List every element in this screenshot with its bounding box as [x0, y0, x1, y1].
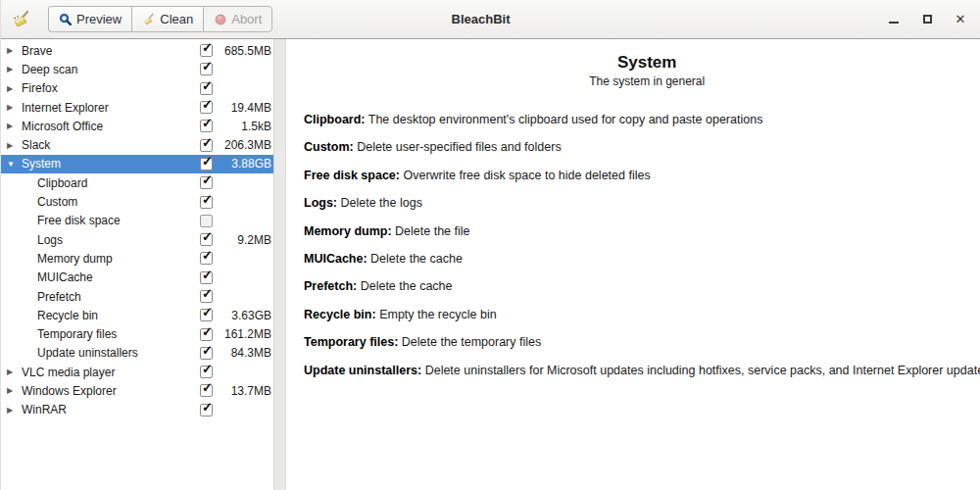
- tree-row[interactable]: ▶VLC media player✓: [1, 363, 273, 381]
- tree-row[interactable]: ▶Slack✓206.3MB: [1, 135, 273, 154]
- check-icon: ✓: [202, 193, 213, 206]
- checkbox[interactable]: ✓: [200, 158, 213, 171]
- checkbox[interactable]: ✓: [200, 176, 213, 189]
- checkbox[interactable]: ✓: [200, 404, 213, 416]
- tree-item-label: Firefox: [22, 81, 200, 95]
- expander-expanded-icon[interactable]: ▼: [7, 160, 22, 169]
- tree-row[interactable]: ▶Brave✓685.5MB: [1, 41, 273, 60]
- entry-term: Update uninstallers:: [304, 364, 421, 377]
- checkbox[interactable]: ✓: [200, 290, 213, 303]
- window-controls: ✕: [874, 6, 974, 33]
- tree-row[interactable]: Update uninstallers✓84.3MB: [1, 344, 273, 363]
- tree-item-label: VLC media player: [22, 366, 200, 379]
- expander-collapsed-icon[interactable]: ▶: [7, 103, 22, 112]
- tree-item-label: WinRAR: [22, 403, 200, 416]
- detail-panel: System The system in general Clipboard: …: [286, 39, 980, 490]
- entry-description: The desktop environment's clipboard used…: [368, 113, 763, 126]
- expander-collapsed-icon[interactable]: ▶: [7, 386, 22, 395]
- clean-button[interactable]: Clean: [131, 6, 203, 32]
- detail-subtitle: The system in general: [304, 74, 980, 89]
- size-label: 3.63GB: [213, 309, 271, 322]
- abort-button[interactable]: Abort: [203, 6, 272, 32]
- checkbox[interactable]: ✓: [200, 233, 213, 246]
- detail-entry: Free disk space: Overwrite free disk spa…: [304, 169, 980, 196]
- cleaner-tree: ▶Brave✓685.5MB▶Deep scan✓▶Firefox✓▶Inter…: [1, 39, 273, 490]
- detail-entries: Clipboard: The desktop environment's cli…: [304, 113, 980, 391]
- tree-row[interactable]: ▼System✓3.88GB: [1, 155, 273, 173]
- tree-row[interactable]: Clipboard✓: [1, 173, 273, 192]
- entry-description: Delete the cache: [370, 252, 463, 266]
- entry-description: Delete the logs: [341, 196, 422, 210]
- checkbox[interactable]: ✓: [200, 139, 213, 152]
- checkbox[interactable]: ✓: [200, 44, 213, 57]
- tree-row[interactable]: Logs✓9.2MB: [1, 230, 273, 249]
- tree-row[interactable]: Free disk space: [1, 212, 273, 230]
- size-label: 3.88GB: [213, 157, 271, 171]
- size-label: 1.5kB: [213, 120, 271, 133]
- expander-collapsed-icon[interactable]: ▶: [7, 65, 22, 74]
- checkbox[interactable]: ✓: [200, 101, 213, 114]
- detail-entry: Update uninstallers: Delete uninstallers…: [304, 364, 980, 391]
- tree-row[interactable]: Temporary files✓161.2MB: [1, 324, 273, 343]
- checkbox[interactable]: ✓: [200, 309, 213, 321]
- close-button[interactable]: ✕: [947, 6, 974, 33]
- tree-row[interactable]: ▶Windows Explorer✓13.7MB: [1, 381, 273, 400]
- checkbox[interactable]: ✓: [200, 120, 213, 132]
- checkbox[interactable]: ✓: [200, 252, 213, 265]
- checkbox[interactable]: ✓: [200, 82, 213, 95]
- expander-collapsed-icon[interactable]: ▶: [7, 46, 22, 55]
- tree-row[interactable]: Memory dump✓: [1, 249, 273, 268]
- size-label: 161.2MB: [213, 327, 271, 341]
- detail-entry: Recycle bin: Empty the recycle bin: [304, 308, 980, 335]
- size-label: 13.7MB: [213, 384, 271, 398]
- tree-item-label: Memory dump: [37, 252, 200, 266]
- expander-collapsed-icon[interactable]: ▶: [7, 368, 22, 376]
- maximize-button[interactable]: [913, 6, 941, 33]
- check-icon: ✓: [202, 249, 213, 262]
- detail-entry: Clipboard: The desktop environment's cli…: [304, 113, 980, 140]
- preview-button-label: Preview: [76, 12, 122, 26]
- checkbox[interactable]: ✓: [200, 384, 213, 397]
- tree-row[interactable]: ▶Microsoft Office✓1.5kB: [1, 117, 273, 135]
- tree-row[interactable]: ▶WinRAR✓: [1, 401, 273, 419]
- preview-button[interactable]: Preview: [48, 6, 131, 32]
- detail-title: System: [304, 52, 980, 73]
- tree-row[interactable]: ▶Deep scan✓: [1, 60, 273, 78]
- expander-collapsed-icon[interactable]: ▶: [7, 122, 22, 130]
- checkbox[interactable]: ✓: [200, 366, 213, 378]
- checkbox[interactable]: ✓: [200, 347, 213, 360]
- tree-item-label: Update uninstallers: [37, 346, 200, 360]
- entry-description: Delete the temporary files: [402, 335, 541, 349]
- minimize-button[interactable]: [880, 6, 907, 33]
- entry-term: Prefetch:: [304, 279, 357, 293]
- checkbox[interactable]: ✓: [200, 63, 213, 75]
- expander-collapsed-icon[interactable]: ▶: [7, 84, 22, 93]
- checkbox[interactable]: ✓: [200, 328, 213, 341]
- tree-row[interactable]: Prefetch✓: [1, 287, 273, 306]
- entry-description: Delete user-specified files and folders: [357, 140, 561, 154]
- tree-row[interactable]: Recycle bin✓3.63GB: [1, 306, 273, 324]
- tree-item-label: MUICache: [37, 270, 200, 284]
- tree-item-label: Clipboard: [37, 176, 200, 190]
- detail-entry: Prefetch: Delete the cache: [304, 279, 980, 307]
- checkbox[interactable]: [200, 215, 213, 227]
- checkbox[interactable]: ✓: [200, 196, 213, 209]
- entry-term: Memory dump:: [304, 224, 392, 238]
- tree-row[interactable]: MUICache✓: [1, 269, 273, 287]
- expander-collapsed-icon[interactable]: ▶: [7, 141, 22, 150]
- check-icon: ✓: [202, 136, 213, 149]
- entry-term: Temporary files:: [304, 335, 398, 349]
- entry-description: Delete the cache: [361, 279, 453, 293]
- check-icon: ✓: [202, 155, 213, 168]
- tree-item-label: Internet Explorer: [22, 101, 200, 115]
- tree-row[interactable]: ▶Firefox✓: [1, 79, 273, 98]
- paned-divider[interactable]: [273, 39, 286, 490]
- tree-row[interactable]: Custom✓: [1, 192, 273, 211]
- toolbar-button-group: Preview Clean: [48, 6, 272, 32]
- tree-item-label: Microsoft Office: [22, 120, 200, 133]
- headerbar: Preview Clean: [1, 0, 980, 39]
- detail-entry: Custom: Delete user-specified files and …: [304, 140, 980, 168]
- checkbox[interactable]: ✓: [200, 271, 213, 284]
- tree-row[interactable]: ▶Internet Explorer✓19.4MB: [1, 98, 273, 117]
- expander-collapsed-icon[interactable]: ▶: [7, 406, 22, 415]
